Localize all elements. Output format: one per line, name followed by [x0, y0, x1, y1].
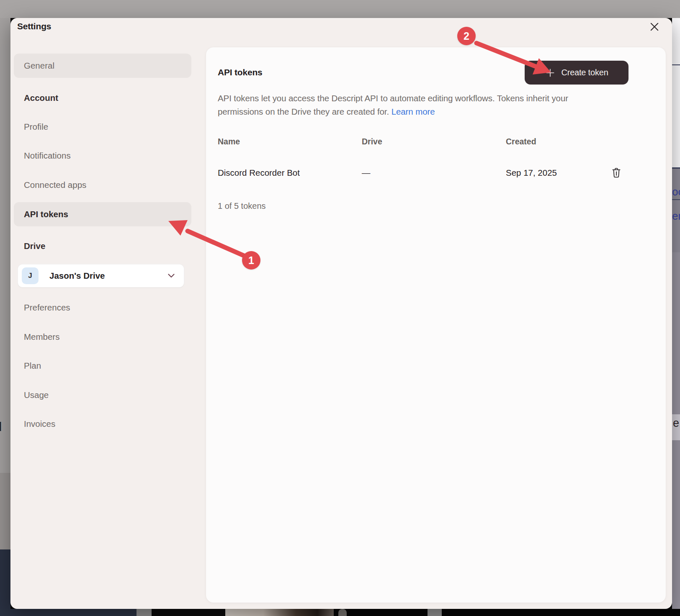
api-tokens-panel: API tokens Create token API tokens let y…: [206, 47, 666, 603]
sidebar-item-invoices[interactable]: Invoices: [24, 419, 55, 429]
sidebar-item-profile[interactable]: Profile: [24, 122, 48, 132]
backdrop-left-video-fragment: [0, 549, 10, 616]
close-icon: [649, 21, 660, 33]
backdrop-top-strip: [0, 0, 680, 18]
panel-description: API tokens let you access the Descript A…: [218, 92, 611, 118]
create-token-button[interactable]: Create token: [525, 61, 628, 85]
backdrop-divider: [672, 199, 680, 200]
token-count-status: 1 of 5 tokens: [218, 201, 266, 211]
backdrop-divider: [672, 64, 680, 65]
panel-heading: API tokens: [218, 67, 263, 77]
sidebar-item-label: General: [24, 61, 54, 71]
close-button[interactable]: [648, 20, 661, 33]
drive-avatar: J: [22, 267, 39, 284]
trash-icon: [611, 167, 622, 179]
learn-more-link[interactable]: Learn more: [392, 107, 435, 116]
create-token-label: Create token: [561, 68, 608, 77]
column-header-drive: Drive: [362, 137, 506, 146]
table-row: Discord Recorder Bot — Sep 17, 2025: [218, 164, 622, 182]
token-name-cell: Discord Recorder Bot: [218, 168, 362, 178]
sidebar-item-api-tokens[interactable]: API tokens: [14, 202, 191, 226]
backdrop-right-page-fragment: [672, 18, 680, 167]
step-badge-1: 1: [242, 251, 260, 270]
drive-selector-label: Jason's Drive: [49, 271, 105, 281]
sidebar-item-notifications[interactable]: Notifications: [24, 151, 71, 161]
token-drive-cell: —: [362, 168, 506, 178]
thumbnail-gap: [428, 609, 442, 616]
sidebar-item-usage[interactable]: Usage: [24, 390, 49, 400]
backdrop-link-fragment: en: [672, 210, 680, 223]
video-thumbnail-fragment: [338, 609, 347, 616]
column-header-created: Created: [506, 137, 622, 146]
sidebar-item-members[interactable]: Members: [24, 332, 59, 342]
plus-icon: [545, 67, 556, 78]
sidebar-section-drive: Drive: [24, 241, 45, 251]
sidebar-item-general[interactable]: General: [14, 54, 191, 78]
sidebar-item-label: API tokens: [24, 209, 68, 219]
step-badge-2: 2: [457, 27, 476, 45]
drive-selector[interactable]: J Jason's Drive: [18, 264, 184, 287]
backdrop-bottom-thumbnails: [0, 609, 680, 616]
settings-modal: Settings General Account Profile Notific…: [10, 18, 672, 609]
backdrop-link-fragment: oo: [672, 185, 680, 198]
sidebar-item-connected-apps[interactable]: Connected apps: [24, 180, 86, 190]
video-thumbnail-fragment: [0, 609, 137, 616]
token-created-cell: Sep 17, 2025: [506, 168, 610, 178]
modal-title: Settings: [17, 21, 51, 32]
backdrop-right-strip: oo en e: [672, 18, 680, 616]
sidebar-item-preferences[interactable]: Preferences: [24, 303, 70, 313]
backdrop-left-strip: d: [0, 18, 10, 616]
table-header-row: Name Drive Created: [218, 137, 622, 146]
thumbnail-gap: [137, 609, 152, 616]
backdrop-text-fragment: d: [0, 420, 2, 434]
backdrop-text-fragment: e: [673, 417, 679, 430]
delete-token-button[interactable]: [610, 167, 622, 179]
backdrop-left-band: [0, 473, 10, 549]
video-thumbnail-fragment: [225, 609, 334, 616]
sidebar-item-plan[interactable]: Plan: [24, 361, 41, 371]
video-thumbnail-fragment: [152, 609, 225, 616]
sidebar-section-account: Account: [24, 93, 58, 103]
column-header-name: Name: [218, 137, 362, 146]
chevron-down-icon: [168, 274, 175, 278]
